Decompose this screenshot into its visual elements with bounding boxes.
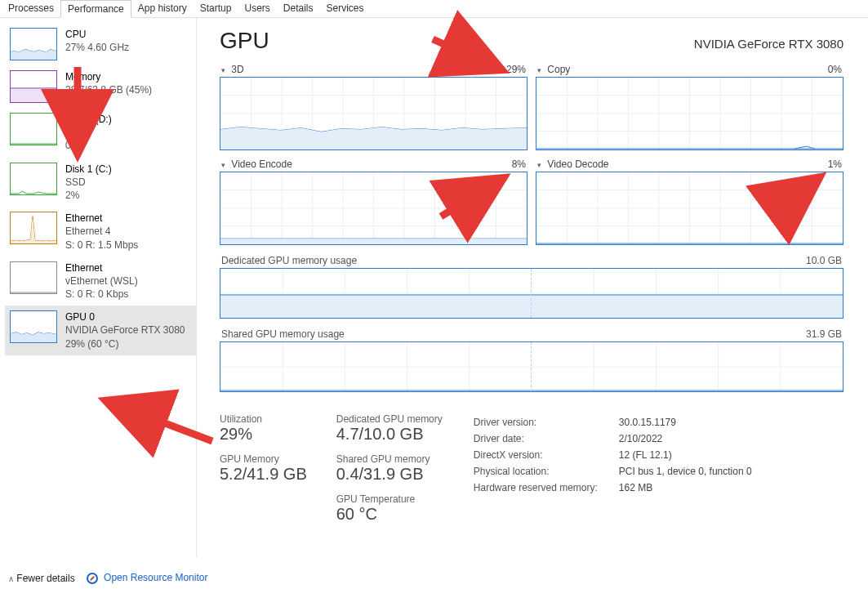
tab-users[interactable]: Users xyxy=(238,0,276,17)
page-subtitle: NVIDIA GeForce RTX 3080 xyxy=(694,37,844,51)
stat-shared-label: Shared GPU memory xyxy=(336,453,443,465)
open-resource-monitor-label: Open Resource Monitor xyxy=(104,572,207,583)
chevron-down-icon: ▾ xyxy=(537,66,541,74)
stat-gpumem-label: GPU Memory xyxy=(220,453,307,465)
cpu-mini-chart xyxy=(10,28,57,60)
disk0-mini-chart xyxy=(10,113,57,145)
tab-startup[interactable]: Startup xyxy=(194,0,238,17)
kv-val: 162 MB xyxy=(619,480,752,495)
stat-dedicated-label: Dedicated GPU memory xyxy=(336,413,443,425)
sidebar-memory-sub: 28.7/63.8 GB (45%) xyxy=(65,83,152,96)
engine-3d-chart xyxy=(220,77,527,150)
open-resource-monitor-link[interactable]: Open Resource Monitor xyxy=(87,572,208,584)
engine-3d-pct: 29% xyxy=(506,64,526,75)
sidebar-cpu-title: CPU xyxy=(65,28,129,41)
stat-utilization-value: 29% xyxy=(220,425,307,444)
engine-decode-pct: 1% xyxy=(828,158,842,170)
engine-copy-chart xyxy=(536,77,844,150)
sidebar-disk0-sub2: 0% xyxy=(65,139,112,152)
sidebar-eth0-title: Ethernet xyxy=(65,212,138,225)
engine-3d-label: 3D xyxy=(231,64,243,75)
engine-copy-pct: 0% xyxy=(828,64,842,75)
sidebar-disk0-sub1: SSD xyxy=(65,126,112,139)
sidebar-gpu-title: GPU 0 xyxy=(65,310,185,324)
sidebar-item-ethernet0[interactable]: Ethernet Ethernet 4 S: 0 R: 1.5 Mbps xyxy=(5,207,196,257)
eth0-mini-chart xyxy=(10,212,57,244)
shared-mem-max: 31.9 GB xyxy=(806,328,842,340)
tab-app-history[interactable]: App history xyxy=(131,0,194,17)
engine-copy-selector[interactable]: ▾ Copy xyxy=(537,64,570,75)
sidebar-item-disk0[interactable]: Disk 0 (D:) SSD 0% xyxy=(5,108,196,158)
sidebar-item-memory[interactable]: Memory 28.7/63.8 GB (45%) xyxy=(5,65,196,108)
stat-utilization-label: Utilization xyxy=(220,413,307,425)
kv-key: Driver date: xyxy=(474,431,617,446)
dedicated-mem-chart xyxy=(220,268,844,319)
kv-val: 12 (FL 12.1) xyxy=(619,448,752,462)
memory-mini-chart xyxy=(10,70,57,103)
engine-encode-selector[interactable]: ▾ Video Encode xyxy=(221,158,292,170)
sidebar-item-disk1[interactable]: Disk 1 (C:) SSD 2% xyxy=(5,158,196,207)
stat-shared-value: 0.4/31.9 GB xyxy=(336,465,443,484)
shared-mem-label: Shared GPU memory usage xyxy=(221,328,345,340)
kv-key: Driver version: xyxy=(474,415,617,430)
kv-row: DirectX version:12 (FL 12.1) xyxy=(474,448,752,462)
disk1-mini-chart xyxy=(10,163,57,195)
sidebar-eth0-sub2: S: 0 R: 1.5 Mbps xyxy=(65,239,138,252)
engine-encode-pct: 8% xyxy=(512,158,526,170)
kv-row: Driver date:2/10/2022 xyxy=(474,431,752,446)
eth1-mini-chart xyxy=(10,261,57,294)
kv-row: Physical location:PCI bus 1, device 0, f… xyxy=(474,464,752,479)
content-pane: GPU NVIDIA GeForce RTX 3080 ▾ 3D 29% xyxy=(196,18,868,557)
svg-marker-41 xyxy=(220,239,527,244)
stat-gpumem-value: 5.2/41.9 GB xyxy=(220,465,307,484)
stats-section: Utilization 29% GPU Memory 5.2/41.9 GB D… xyxy=(220,413,844,527)
chevron-up-icon: ∧ xyxy=(8,574,14,583)
tab-services[interactable]: Services xyxy=(320,0,371,17)
svg-rect-0 xyxy=(11,88,56,102)
sidebar-item-gpu0[interactable]: GPU 0 NVIDIA GeForce RTX 3080 29% (60 °C… xyxy=(5,306,196,355)
stats-kv-table: Driver version:30.0.15.1179 Driver date:… xyxy=(472,413,754,527)
engine-decode-chart xyxy=(536,172,844,245)
kv-key: Hardware reserved memory: xyxy=(474,480,617,495)
engine-3d-selector[interactable]: ▾ 3D xyxy=(221,64,244,75)
stat-temp-value: 60 °C xyxy=(336,505,443,524)
engine-encode-label: Video Encode xyxy=(231,158,292,170)
chevron-down-icon: ▾ xyxy=(221,66,225,74)
resource-monitor-icon xyxy=(87,573,98,584)
kv-val: PCI bus 1, device 0, function 0 xyxy=(619,464,752,479)
shared-mem-chart xyxy=(220,341,844,392)
footer: ∧ Fewer details Open Resource Monitor xyxy=(8,572,207,584)
engine-decode-label: Video Decode xyxy=(547,158,608,170)
tab-processes[interactable]: Processes xyxy=(2,0,60,17)
tab-bar: Processes Performance App history Startu… xyxy=(0,0,868,18)
engine-decode-selector[interactable]: ▾ Video Decode xyxy=(537,158,609,170)
sidebar-eth1-sub2: S: 0 R: 0 Kbps xyxy=(65,288,138,301)
tab-details[interactable]: Details xyxy=(277,0,320,17)
sidebar-disk1-sub1: SSD xyxy=(65,176,112,189)
kv-key: DirectX version: xyxy=(474,448,617,462)
fewer-details-button[interactable]: ∧ Fewer details xyxy=(8,573,75,584)
sidebar-gpu-sub2: 29% (60 °C) xyxy=(65,337,185,350)
chevron-down-icon: ▾ xyxy=(221,161,225,169)
sidebar-disk1-title: Disk 1 (C:) xyxy=(65,163,112,176)
sidebar-disk1-sub2: 2% xyxy=(65,189,112,202)
sidebar-item-cpu[interactable]: CPU 27% 4.60 GHz xyxy=(5,23,196,65)
kv-key: Physical location: xyxy=(474,464,617,479)
svg-rect-64 xyxy=(220,295,843,318)
sidebar: CPU 27% 4.60 GHz Memory 28.7/63.8 GB (45… xyxy=(0,18,196,557)
kv-val: 2/10/2022 xyxy=(619,431,752,446)
sidebar-item-ethernet1[interactable]: Ethernet vEthernet (WSL) S: 0 R: 0 Kbps xyxy=(5,257,196,306)
svg-marker-16 xyxy=(220,127,527,149)
dedicated-mem-max: 10.0 GB xyxy=(806,255,842,266)
tab-performance[interactable]: Performance xyxy=(60,0,131,18)
sidebar-memory-title: Memory xyxy=(65,70,152,83)
sidebar-gpu-sub1: NVIDIA GeForce RTX 3080 xyxy=(65,324,185,337)
engine-encode-chart xyxy=(220,172,527,245)
sidebar-cpu-sub: 27% 4.60 GHz xyxy=(65,41,129,54)
kv-row: Hardware reserved memory:162 MB xyxy=(474,480,752,495)
fewer-details-label: Fewer details xyxy=(16,573,74,584)
stat-temp-label: GPU Temperature xyxy=(336,493,443,505)
page-title: GPU xyxy=(220,28,269,54)
sidebar-eth1-sub1: vEthernet (WSL) xyxy=(65,274,138,288)
sidebar-eth1-title: Ethernet xyxy=(65,261,138,274)
